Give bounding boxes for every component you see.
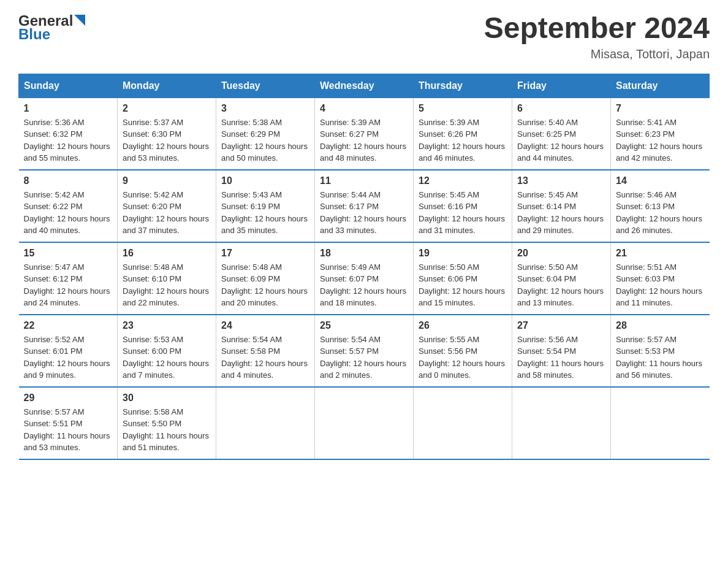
- calendar-cell: 10 Sunrise: 5:43 AMSunset: 6:19 PMDaylig…: [216, 170, 315, 242]
- day-info: Sunrise: 5:43 AMSunset: 6:19 PMDaylight:…: [221, 189, 309, 237]
- day-info: Sunrise: 5:50 AMSunset: 6:04 PMDaylight:…: [517, 261, 605, 309]
- day-number: 1: [24, 103, 113, 114]
- day-number: 7: [616, 103, 705, 114]
- logo-blue: Blue: [18, 26, 50, 43]
- calendar-cell: 9 Sunrise: 5:42 AMSunset: 6:20 PMDayligh…: [118, 170, 216, 242]
- day-info: Sunrise: 5:57 AMSunset: 5:53 PMDaylight:…: [616, 334, 705, 381]
- day-number: 8: [24, 175, 113, 186]
- header-friday: Friday: [512, 74, 611, 98]
- day-info: Sunrise: 5:54 AMSunset: 5:57 PMDaylight:…: [320, 334, 408, 381]
- calendar-cell: [414, 387, 512, 459]
- calendar-cell: 19 Sunrise: 5:50 AMSunset: 6:06 PMDaylig…: [414, 242, 512, 315]
- day-info: Sunrise: 5:53 AMSunset: 6:00 PMDaylight:…: [123, 334, 211, 381]
- day-number: 4: [320, 103, 408, 114]
- calendar-cell: 3 Sunrise: 5:38 AMSunset: 6:29 PMDayligh…: [216, 98, 315, 170]
- calendar-cell: 18 Sunrise: 5:49 AMSunset: 6:07 PMDaylig…: [315, 242, 414, 315]
- day-number: 20: [517, 248, 605, 259]
- calendar-cell: 12 Sunrise: 5:45 AMSunset: 6:16 PMDaylig…: [414, 170, 512, 242]
- day-info: Sunrise: 5:49 AMSunset: 6:07 PMDaylight:…: [320, 261, 408, 309]
- calendar-cell: [216, 387, 315, 459]
- calendar-cell: 24 Sunrise: 5:54 AMSunset: 5:58 PMDaylig…: [216, 315, 315, 387]
- calendar-cell: 13 Sunrise: 5:45 AMSunset: 6:14 PMDaylig…: [512, 170, 611, 242]
- day-info: Sunrise: 5:45 AMSunset: 6:14 PMDaylight:…: [517, 189, 605, 237]
- logo: General Blue: [18, 12, 85, 43]
- day-number: 15: [24, 248, 113, 259]
- day-number: 14: [616, 175, 705, 186]
- week-row-4: 22 Sunrise: 5:52 AMSunset: 6:01 PMDaylig…: [19, 315, 710, 387]
- day-info: Sunrise: 5:55 AMSunset: 5:56 PMDaylight:…: [419, 334, 507, 381]
- calendar-cell: 23 Sunrise: 5:53 AMSunset: 6:00 PMDaylig…: [118, 315, 216, 387]
- day-info: Sunrise: 5:36 AMSunset: 6:32 PMDaylight:…: [24, 117, 113, 164]
- day-info: Sunrise: 5:52 AMSunset: 6:01 PMDaylight:…: [24, 334, 113, 381]
- day-info: Sunrise: 5:57 AMSunset: 5:51 PMDaylight:…: [24, 406, 113, 454]
- day-number: 24: [221, 320, 309, 331]
- day-number: 17: [221, 248, 309, 259]
- calendar-cell: [315, 387, 414, 459]
- day-info: Sunrise: 5:48 AMSunset: 6:09 PMDaylight:…: [221, 261, 309, 309]
- day-number: 18: [320, 248, 408, 259]
- header-saturday: Saturday: [611, 74, 710, 98]
- day-number: 27: [517, 320, 605, 331]
- day-info: Sunrise: 5:45 AMSunset: 6:16 PMDaylight:…: [419, 189, 507, 237]
- day-number: 2: [123, 103, 211, 114]
- header-sunday: Sunday: [19, 74, 118, 98]
- calendar-cell: 30 Sunrise: 5:58 AMSunset: 5:50 PMDaylig…: [118, 387, 216, 459]
- day-number: 21: [616, 248, 705, 259]
- calendar-header-row: SundayMondayTuesdayWednesdayThursdayFrid…: [19, 74, 710, 98]
- month-title: September 2024: [484, 12, 710, 45]
- header-monday: Monday: [118, 74, 216, 98]
- day-info: Sunrise: 5:47 AMSunset: 6:12 PMDaylight:…: [24, 261, 113, 309]
- calendar-cell: [512, 387, 611, 459]
- day-info: Sunrise: 5:37 AMSunset: 6:30 PMDaylight:…: [123, 117, 211, 164]
- calendar-cell: 7 Sunrise: 5:41 AMSunset: 6:23 PMDayligh…: [611, 98, 710, 170]
- calendar-cell: 17 Sunrise: 5:48 AMSunset: 6:09 PMDaylig…: [216, 242, 315, 315]
- svg-marker-0: [74, 15, 85, 26]
- logo-triangle-icon: [74, 15, 85, 26]
- day-info: Sunrise: 5:38 AMSunset: 6:29 PMDaylight:…: [221, 117, 309, 164]
- day-number: 19: [419, 248, 507, 259]
- week-row-2: 8 Sunrise: 5:42 AMSunset: 6:22 PMDayligh…: [19, 170, 710, 242]
- calendar-cell: 2 Sunrise: 5:37 AMSunset: 6:30 PMDayligh…: [118, 98, 216, 170]
- day-number: 25: [320, 320, 408, 331]
- day-number: 26: [419, 320, 507, 331]
- title-section: September 2024 Misasa, Tottori, Japan: [484, 12, 710, 61]
- day-info: Sunrise: 5:39 AMSunset: 6:26 PMDaylight:…: [419, 117, 507, 164]
- day-info: Sunrise: 5:46 AMSunset: 6:13 PMDaylight:…: [616, 189, 705, 237]
- day-info: Sunrise: 5:42 AMSunset: 6:22 PMDaylight:…: [24, 189, 113, 237]
- day-info: Sunrise: 5:56 AMSunset: 5:54 PMDaylight:…: [517, 334, 605, 381]
- day-number: 28: [616, 320, 705, 331]
- day-number: 23: [123, 320, 211, 331]
- day-number: 6: [517, 103, 605, 114]
- location: Misasa, Tottori, Japan: [484, 47, 710, 61]
- calendar-cell: 22 Sunrise: 5:52 AMSunset: 6:01 PMDaylig…: [19, 315, 118, 387]
- calendar-cell: 1 Sunrise: 5:36 AMSunset: 6:32 PMDayligh…: [19, 98, 118, 170]
- day-info: Sunrise: 5:39 AMSunset: 6:27 PMDaylight:…: [320, 117, 408, 164]
- day-number: 13: [517, 175, 605, 186]
- day-info: Sunrise: 5:42 AMSunset: 6:20 PMDaylight:…: [123, 189, 211, 237]
- calendar-cell: 25 Sunrise: 5:54 AMSunset: 5:57 PMDaylig…: [315, 315, 414, 387]
- day-info: Sunrise: 5:58 AMSunset: 5:50 PMDaylight:…: [123, 406, 211, 454]
- calendar-cell: 16 Sunrise: 5:48 AMSunset: 6:10 PMDaylig…: [118, 242, 216, 315]
- day-info: Sunrise: 5:51 AMSunset: 6:03 PMDaylight:…: [616, 261, 705, 309]
- calendar-cell: 6 Sunrise: 5:40 AMSunset: 6:25 PMDayligh…: [512, 98, 611, 170]
- calendar-cell: 27 Sunrise: 5:56 AMSunset: 5:54 PMDaylig…: [512, 315, 611, 387]
- day-number: 10: [221, 175, 309, 186]
- day-number: 9: [123, 175, 211, 186]
- day-number: 11: [320, 175, 408, 186]
- header-thursday: Thursday: [414, 74, 512, 98]
- day-info: Sunrise: 5:48 AMSunset: 6:10 PMDaylight:…: [123, 261, 211, 309]
- calendar-cell: 29 Sunrise: 5:57 AMSunset: 5:51 PMDaylig…: [19, 387, 118, 459]
- calendar-cell: [611, 387, 710, 459]
- week-row-5: 29 Sunrise: 5:57 AMSunset: 5:51 PMDaylig…: [19, 387, 710, 459]
- calendar-cell: 11 Sunrise: 5:44 AMSunset: 6:17 PMDaylig…: [315, 170, 414, 242]
- day-number: 3: [221, 103, 309, 114]
- day-number: 12: [419, 175, 507, 186]
- header-wednesday: Wednesday: [315, 74, 414, 98]
- week-row-1: 1 Sunrise: 5:36 AMSunset: 6:32 PMDayligh…: [19, 98, 710, 170]
- day-info: Sunrise: 5:41 AMSunset: 6:23 PMDaylight:…: [616, 117, 705, 164]
- calendar-cell: 5 Sunrise: 5:39 AMSunset: 6:26 PMDayligh…: [414, 98, 512, 170]
- calendar-table: SundayMondayTuesdayWednesdayThursdayFrid…: [18, 74, 710, 460]
- page-header: General Blue September 2024 Misasa, Tott…: [18, 12, 710, 61]
- day-number: 16: [123, 248, 211, 259]
- day-number: 30: [123, 393, 211, 404]
